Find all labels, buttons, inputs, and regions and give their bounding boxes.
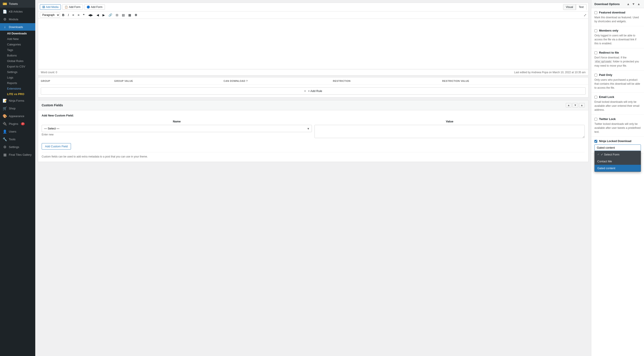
paid-only-desc: Only users who purchased a product that …: [594, 78, 641, 90]
sidebar-item-settings-label: Settings: [9, 145, 19, 149]
cf-collapse-up-button[interactable]: ▲: [566, 103, 572, 107]
expand-editor-icon[interactable]: ⤢: [584, 13, 586, 17]
cf-name-select[interactable]: — Select —: [42, 125, 312, 132]
sidebar-sub-global-rules[interactable]: Global Rules: [0, 58, 35, 64]
email-lock-checkbox[interactable]: [594, 96, 597, 99]
blockquote-button[interactable]: ❝: [82, 12, 86, 18]
twitter-lock-checkbox[interactable]: [594, 118, 597, 121]
visual-tab[interactable]: Visual: [563, 4, 576, 10]
sidebar-item-appearance[interactable]: 🎨 Appearance: [0, 112, 35, 120]
ninja-locked-checkbox[interactable]: [594, 140, 597, 143]
ninja-forms-icon: 📝: [3, 99, 7, 103]
cf-value-column: Value: [314, 120, 585, 139]
sidebar-sub-lite-vs-pro[interactable]: LITE vs PRO: [0, 91, 35, 97]
form-select-input[interactable]: [594, 144, 641, 151]
sidebar-item-final-tiles-label: Final Tiles Gallery: [9, 153, 32, 156]
cf-value-textarea[interactable]: [314, 125, 585, 138]
sidebar-item-shop[interactable]: 🛒 Shop: [0, 105, 35, 112]
add-custom-field-button[interactable]: Add Custom Field: [42, 143, 71, 150]
featured-desc: Mark this download as featured. Used by …: [594, 16, 641, 23]
paid-only-checkbox[interactable]: [594, 74, 597, 77]
form-icon-1: 📋: [64, 6, 68, 9]
sidebar-item-downloads[interactable]: ↓ Downloads ◀: [0, 23, 35, 31]
active-arrow-icon: ◀: [34, 25, 35, 29]
sidebar-item-tools[interactable]: 🔧 Tools: [0, 135, 35, 143]
editor-footer: Word count: 0 Last edited by Andreea Pop…: [38, 69, 588, 76]
unordered-list-button[interactable]: ≡: [71, 12, 76, 18]
featured-checkbox[interactable]: [594, 11, 597, 14]
align-center-button[interactable]: ◀: [95, 12, 100, 18]
members-only-checkbox[interactable]: [594, 29, 597, 32]
format-toolbar: Paragraph B I ≡ ≡ ❝ ◀▶ ◀ ▶ 🔗 ⊟ ▤ ▦ ✤ ⤢: [38, 11, 588, 19]
sidebar-sub-extensions[interactable]: Extensions: [0, 86, 35, 91]
sidebar-item-settings[interactable]: ⚙ Settings: [0, 143, 35, 151]
add-media-button[interactable]: 🖼 Add Media: [40, 5, 61, 10]
right-panel: Download Options ▲ ▼ ▲ Featured download…: [591, 0, 644, 356]
sidebar-item-ninja-forms[interactable]: 📝 Ninja Forms: [0, 97, 35, 105]
ordered-list-button[interactable]: ≡: [76, 12, 81, 18]
do-up-button[interactable]: ▲: [626, 2, 630, 6]
sidebar-sub-logs[interactable]: Logs: [0, 75, 35, 80]
sidebar-item-final-tiles[interactable]: ▦ Final Tiles Gallery: [0, 151, 35, 159]
add-rule-row: + + Add Rule: [38, 85, 588, 97]
tickets-icon: 🎫: [3, 2, 7, 6]
option-featured: Featured download Mark this download as …: [591, 8, 644, 26]
do-collapse-button[interactable]: ▲: [636, 2, 641, 6]
code-dlm-uploads: dlm_uploads: [594, 60, 612, 63]
add-rule-button[interactable]: + + Add Rule: [41, 87, 586, 95]
add-form-button-1[interactable]: 📋 Add Form: [62, 5, 83, 10]
sidebar-sub-categories[interactable]: Categories: [0, 42, 35, 47]
sidebar-item-tickets[interactable]: 🎫 Tickets: [0, 0, 35, 8]
paragraph-select[interactable]: Paragraph: [40, 12, 60, 18]
dropdown-contact-me[interactable]: Contact Me: [595, 158, 641, 165]
sidebar-item-appearance-label: Appearance: [9, 115, 24, 118]
sidebar-sub-buttons[interactable]: Buttons: [0, 53, 35, 58]
restriction-table: GROUP GROUP VALUE CAN DOWNLOAD ? RESTRIC…: [38, 77, 588, 98]
sidebar-item-users[interactable]: 👤 Users: [0, 128, 35, 135]
link-button[interactable]: 🔗: [107, 12, 114, 18]
align-left-button[interactable]: ◀▶: [87, 12, 94, 18]
dropdown-select-form[interactable]: ✓ ✓ Select Form: [595, 151, 641, 158]
check-icon: ✓: [597, 153, 600, 156]
do-down-button[interactable]: ▼: [631, 2, 636, 6]
sidebar-item-kb-articles[interactable]: 📄 KB Articles: [0, 8, 35, 16]
sidebar-item-plugins-label: Plugins: [9, 122, 18, 126]
editor-body[interactable]: [38, 19, 588, 69]
bold-button[interactable]: B: [61, 12, 66, 18]
main-content: 🖼 Add Media 📋 Add Form 🔵 Add Form Visual…: [35, 0, 644, 356]
sidebar-sub-settings[interactable]: Settings: [0, 69, 35, 75]
cf-collapse-down-button[interactable]: ▼: [572, 103, 578, 107]
redirect-label: Redirect to file: [599, 51, 619, 54]
cf-enter-new-label: Enter new: [42, 133, 312, 136]
sidebar-item-modula[interactable]: ⚙ Modula: [0, 16, 35, 23]
col-restriction-value: RESTRICTION VALUE: [442, 80, 586, 82]
restriction-table-header: GROUP GROUP VALUE CAN DOWNLOAD ? RESTRIC…: [38, 77, 588, 85]
add-form-button-2[interactable]: 🔵 Add Form: [84, 5, 105, 10]
cf-name-header: Name: [42, 120, 312, 123]
dropdown-gated-content[interactable]: Gated content: [595, 165, 641, 172]
grid-button[interactable]: ▤: [120, 12, 126, 18]
sidebar-item-kb-label: KB Articles: [9, 10, 23, 13]
sidebar-sub-tags[interactable]: Tags: [0, 47, 35, 53]
sidebar-item-plugins[interactable]: 🔌 Plugins 7: [0, 120, 35, 128]
text-tab[interactable]: Text: [576, 4, 586, 10]
cf-columns: Name — Select — ▼ Enter new Value: [42, 120, 585, 139]
col-group-value: GROUP VALUE: [114, 80, 222, 82]
sidebar-sub-reports[interactable]: Reports: [0, 80, 35, 86]
italic-button[interactable]: I: [66, 12, 70, 18]
shop-icon: 🛒: [3, 106, 7, 111]
custom-fields-title: Custom Fields: [42, 103, 63, 107]
option-paid-only: Paid Only Only users who purchased a pro…: [591, 71, 644, 93]
table-button[interactable]: ⊟: [114, 12, 120, 18]
editor-top-toolbar: 🖼 Add Media 📋 Add Form 🔵 Add Form Visual…: [38, 3, 588, 11]
cf-toggle-button[interactable]: ▲: [579, 103, 585, 107]
redirect-checkbox[interactable]: [594, 51, 597, 54]
settings-icon: ⚙: [3, 145, 7, 149]
extra-button[interactable]: ✤: [133, 12, 139, 18]
sidebar-item-shop-label: Shop: [9, 107, 16, 110]
sidebar-sub-export-csv[interactable]: Export to CSV: [0, 64, 35, 69]
sidebar-sub-all-downloads[interactable]: All Downloads: [0, 31, 35, 36]
sidebar-sub-add-new[interactable]: Add New: [0, 36, 35, 42]
blocks-button[interactable]: ▦: [127, 12, 132, 18]
align-right-button[interactable]: ▶: [101, 12, 106, 18]
